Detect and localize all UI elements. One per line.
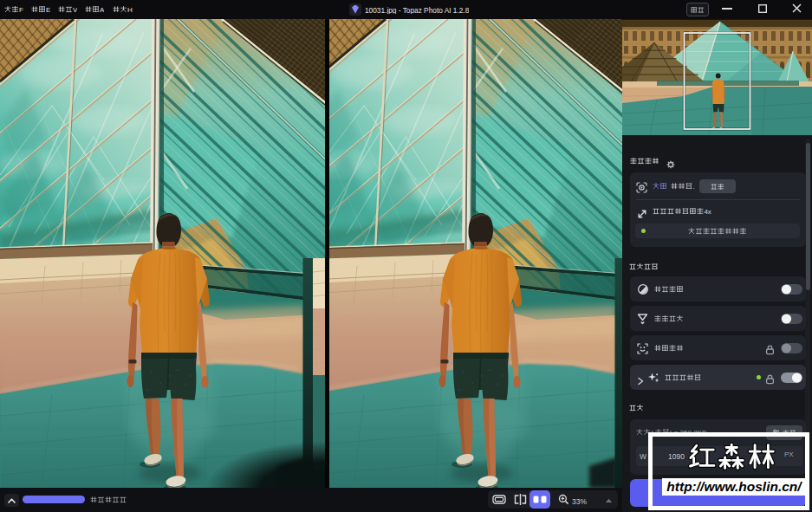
svg-text:F: F [19, 6, 23, 14]
svg-text:10031.jpg - Topaz Photo AI 1.2: 10031.jpg - Topaz Photo AI 1.2.8 [365, 6, 469, 15]
svg-text:4x: 4x [704, 208, 711, 216]
svg-text:33%: 33% [572, 496, 587, 505]
svg-text:V: V [73, 6, 77, 14]
svg-text:E: E [46, 6, 50, 14]
svg-text:.: . [692, 183, 694, 191]
svg-text:H: H [127, 6, 133, 14]
svg-text:W: W [640, 452, 646, 461]
svg-text:A: A [100, 6, 104, 14]
